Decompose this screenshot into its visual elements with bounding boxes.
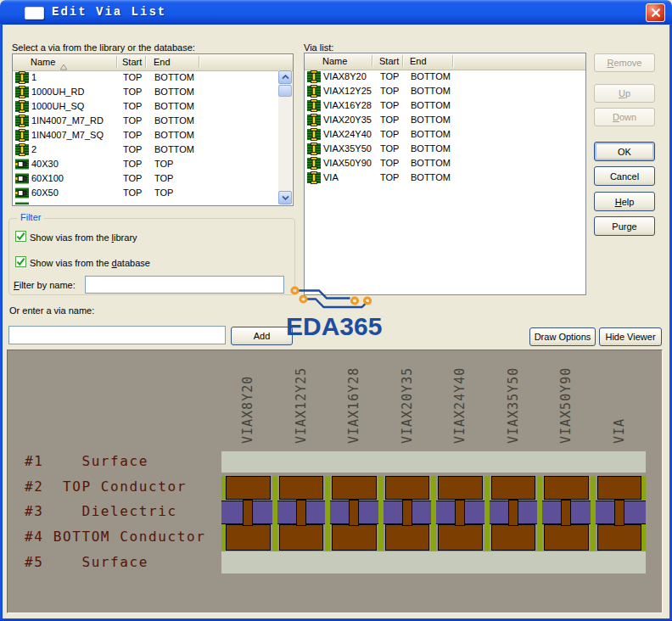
column-separator [372,55,372,67]
scroll-up-button[interactable] [278,70,292,84]
table-row-partial[interactable] [14,200,278,204]
via-name-input[interactable] [8,326,226,344]
library-list-header[interactable]: Name StartEnd [13,54,293,71]
via-list[interactable]: NameStartEnd VIAX8Y20 TOP BOTTOM VIAX12Y… [304,53,586,295]
scroll-down-button[interactable] [278,191,292,204]
via-list-header[interactable]: NameStartEnd [305,53,585,70]
table-row[interactable]: 2 TOP BOTTOM [14,143,278,157]
table-row[interactable]: 1IN4007_M7_SQ TOP BOTTOM [14,128,278,143]
add-button[interactable]: Add [231,327,293,345]
start-layer-cell: TOP [123,101,142,111]
table-row[interactable]: VIAX20Y35 TOP BOTTOM [305,113,585,127]
start-layer-cell: TOP [123,87,142,97]
help-button[interactable]: Help [594,192,655,211]
via-name-cell: VIAX16Y28 [323,100,372,110]
start-layer-cell: TOP [380,71,399,81]
via-icon [307,99,321,112]
via-plating-strip [378,476,384,551]
start-layer-cell: TOP [123,173,142,183]
eda365-watermark: EDA365 [286,312,382,341]
vertical-scrollbar[interactable] [278,70,292,204]
via-plating-edge [641,476,646,500]
via-name-cell: VIA [323,172,339,182]
start-layer-cell: TOP [123,144,142,154]
table-row[interactable]: 40X30 TOP TOP [14,157,278,171]
titlebar[interactable]: Edit Via List [0,0,672,25]
via-bottom-pad [385,524,430,551]
via-plating-strip [325,476,330,551]
column-separator [145,56,146,68]
table-row[interactable]: 60X100 TOP TOP [14,171,278,186]
column-header-end[interactable]: End [154,57,171,67]
surface-layer-band-top [221,451,646,473]
table-row[interactable]: 60X50 TOP TOP [14,186,278,200]
table-row[interactable]: VIAX24Y40 TOP BOTTOM [305,127,585,142]
start-layer-cell: TOP [123,130,142,140]
down-button[interactable]: Down [594,108,655,126]
library-list[interactable]: Name StartEnd 1 TOP BOTTOM 1000UH_RD TOP… [12,53,294,206]
start-layer-cell: TOP [123,72,142,82]
via-name-cell: VIAX35Y50 [323,143,372,154]
layer-name-label: #3 Dielectric [25,503,177,519]
via-top-pad [438,476,483,500]
chevron-down-icon [282,195,289,200]
via-icon [307,171,321,184]
table-row[interactable]: 1000UH_SQ TOP BOTTOM [14,99,278,114]
close-button[interactable] [646,3,665,22]
via-bottom-pad [332,524,377,551]
show-database-checkbox[interactable] [15,256,26,267]
filter-by-name-input[interactable] [85,276,284,294]
table-row[interactable]: VIAX16Y28 TOP BOTTOM [305,98,585,113]
layer-name-label: #5 Surface [25,554,148,570]
via-icon [15,115,29,127]
via-column-label: VIAX12Y25 [294,367,309,444]
via-name-cell: VIAX8Y20 [323,71,367,81]
ok-button[interactable]: OK [594,142,655,161]
viewer-panel: VIAX8Y20VIAX12Y25VIAX16Y28VIAX20Y35VIAX2… [7,350,663,613]
end-layer-cell: TOP [154,173,173,183]
scroll-thumb[interactable] [278,85,292,97]
table-row[interactable]: VIAX12Y25 TOP BOTTOM [305,84,585,98]
end-layer-cell: BOTTOM [154,72,194,82]
via-name-cell: 40X30 [31,159,59,169]
table-row[interactable]: 1000UH_RD TOP BOTTOM [14,85,278,99]
start-layer-cell: TOP [380,86,399,96]
column-header-name[interactable]: Name [31,57,55,67]
table-row[interactable]: VIAX8Y20 TOP BOTTOM [305,70,585,84]
purge-button[interactable]: Purge [594,216,655,236]
end-layer-cell: BOTTOM [411,115,451,125]
table-row[interactable]: 1 TOP BOTTOM [14,70,278,85]
circuit-trace-graphic [285,282,378,312]
table-row[interactable]: VIAX50Y90 TOP BOTTOM [305,156,585,171]
draw-options-button[interactable]: Draw Options [529,327,596,346]
via-name-cell: 1000UH_RD [31,87,84,97]
via-column-label: VIAX16Y28 [346,367,361,444]
end-layer-cell: BOTTOM [154,115,194,126]
via-name-cell: VIAX50Y90 [323,158,372,168]
via-plating-strip [431,476,436,551]
table-row[interactable]: 1IN4007_M7_RD TOP BOTTOM [14,114,278,128]
start-layer-cell: TOP [380,129,399,139]
cancel-button[interactable]: Cancel [594,166,655,186]
show-library-checkbox[interactable] [15,231,26,242]
column-header-start[interactable]: Start [122,57,142,67]
window-icon [25,7,44,20]
column-header-name[interactable]: Name [322,56,347,66]
remove-button[interactable]: Remove [594,53,655,72]
smd-pad-icon [15,158,29,171]
up-button[interactable]: Up [594,84,655,103]
column-header-start[interactable]: Start [379,56,399,66]
via-bottom-pad [226,524,271,551]
table-row[interactable]: VIAX35Y50 TOP BOTTOM [305,142,585,156]
surface-layer-band-bottom [221,551,646,573]
start-layer-cell: TOP [123,115,142,126]
via-drill-barrel [402,500,412,526]
table-row[interactable]: VIA TOP BOTTOM [305,171,585,185]
start-layer-cell: TOP [380,143,399,154]
start-layer-cell: TOP [380,115,399,125]
close-x-icon [651,8,661,18]
via-top-pad [226,476,271,500]
column-header-end[interactable]: End [410,56,427,66]
via-bottom-pad [438,524,483,551]
hide-viewer-button[interactable]: Hide Viewer [599,327,662,346]
